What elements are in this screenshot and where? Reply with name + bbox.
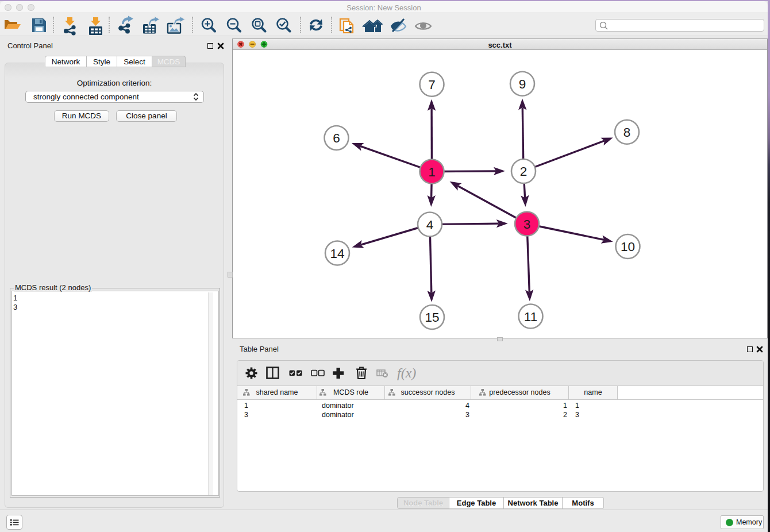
svg-text:4: 4 bbox=[426, 218, 434, 232]
svg-text:10: 10 bbox=[621, 240, 635, 254]
svg-text:3: 3 bbox=[523, 217, 531, 232]
svg-text:9: 9 bbox=[519, 77, 526, 91]
svg-text:15: 15 bbox=[425, 310, 439, 325]
svg-text:8: 8 bbox=[623, 125, 631, 140]
svg-text:f(x): f(x) bbox=[397, 365, 416, 380]
svg-text:14: 14 bbox=[330, 246, 344, 261]
svg-text:7: 7 bbox=[428, 78, 436, 92]
svg-text:2: 2 bbox=[520, 164, 528, 179]
svg-text:11: 11 bbox=[524, 310, 537, 324]
svg-text:1: 1 bbox=[428, 165, 436, 179]
svg-text:6: 6 bbox=[333, 131, 340, 145]
